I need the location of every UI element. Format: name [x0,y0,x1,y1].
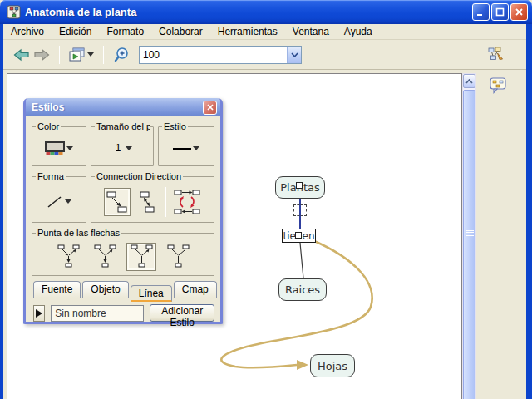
menu-ayuda[interactable]: Ayuda [344,26,372,37]
close-icon [206,103,214,111]
play-triangle-icon [36,309,42,318]
connection-two-way-icon [135,190,158,214]
dropdown-arrow-icon [87,52,94,57]
right-margin [476,73,526,399]
add-style-button[interactable]: Adicionar Estilo [150,304,214,322]
forward-arrow-icon [33,47,50,62]
back-button[interactable] [12,46,32,64]
minimize-button[interactable] [472,3,490,21]
color-group: Color [32,121,86,166]
zoom-magnifier-icon [113,47,131,63]
plain-link-line [300,243,303,278]
scrollbar-grip [466,230,474,237]
toolbar-separator [59,46,60,64]
node-label: Raices [285,283,320,296]
arrowhead-group-label: Punta de las flechas [36,228,121,238]
menu-ventana[interactable]: Ventana [293,26,329,37]
line-style-button[interactable] [173,146,200,150]
concept-node-raices[interactable]: Raices [278,278,327,301]
color-group-label: Color [36,121,61,131]
dropdown-arrow-icon [65,200,71,204]
styles-dialog-body: Color [26,116,220,325]
line-style-group-label: Estilo [162,121,188,131]
tab-fuente[interactable]: Fuente [33,281,81,298]
arrowhead-one-button[interactable] [126,243,156,271]
annotation-button[interactable] [488,76,526,96]
arrowhead-all-icon [55,244,81,269]
combobox-dropdown-button[interactable] [287,47,301,63]
chevron-down-icon [291,52,298,57]
connection-cycle-icon [174,190,200,214]
styles-dialog-close-button[interactable] [203,101,217,115]
arrowhead-none-button[interactable] [163,243,193,271]
toolbar-separator [103,46,104,64]
styles-dialog-title: Estilos [32,101,203,113]
group-separator [165,187,166,217]
zoom-level-combobox [139,46,302,64]
line-size-value: 1 [112,142,125,155]
styles-dialog-titlebar[interactable]: Estilos [26,98,220,116]
tab-objeto[interactable]: Objeto [82,281,128,298]
link-midpoint-selection[interactable] [293,204,307,216]
line-style-group: Estilo [158,121,214,166]
chevron-up-icon [466,79,473,84]
window-title: Anatomia de la planta [25,6,470,18]
solid-line-icon [173,148,191,150]
scroll-up-button[interactable] [463,74,475,88]
menu-formato[interactable]: Formato [106,26,144,37]
expand-styles-button[interactable] [33,305,45,322]
back-arrow-icon [13,47,30,62]
connection-two-way-button[interactable] [133,188,160,216]
line-shape-button[interactable] [47,195,71,209]
dropdown-arrow-icon [66,146,73,150]
toolbar [3,40,526,70]
connection-cycle-button[interactable] [172,188,202,216]
zoom-button[interactable] [111,45,132,65]
zoom-level-input[interactable] [140,47,287,63]
presentation-windows-icon [69,47,86,62]
styles-dialog: Estilos Color [23,98,223,324]
dropdown-arrow-icon [193,146,200,150]
arrowhead-two-button[interactable] [90,243,120,271]
forward-button[interactable] [32,46,52,64]
cmap-app-icon [7,5,21,19]
application-window: Anatomia de la planta Archivo Edición Fo… [0,0,532,399]
node-label: Hojas [318,360,347,372]
line-color-button[interactable] [45,141,73,155]
color-swatch-icon [45,141,65,155]
arrowhead-none-icon [165,244,191,269]
line-shape-group-label: Forma [36,171,66,181]
connection-one-way-icon [106,190,129,214]
arrowhead-one-icon [128,244,155,269]
diagonal-line-icon [47,195,63,209]
scrollbar-thumb[interactable] [463,90,475,399]
connection-direction-group-label: Connection Direction [95,171,183,181]
line-size-group: Tamaño del pu 1 [91,121,154,166]
arrowhead-all-button[interactable] [53,243,83,271]
cmap-pencil-icon [488,47,505,62]
link-endpoint-handle[interactable] [295,232,302,239]
title-bar: Anatomia de la planta [0,0,532,24]
styles-dialog-tabs: Fuente Objeto Línea Cmap [33,281,214,301]
tab-linea[interactable]: Línea [131,285,172,302]
menu-herramientas[interactable]: Herramientas [218,26,278,37]
cmap-bubble-icon [490,77,507,94]
connection-one-way-button[interactable] [104,188,131,216]
edit-cmap-button[interactable] [486,45,506,64]
link-endpoint-handle[interactable] [296,182,303,189]
curved-link-arrowhead [297,360,308,370]
menu-colaborar[interactable]: Colaborar [159,26,203,37]
maximize-button[interactable] [491,3,509,21]
line-size-group-label: Tamaño del pu [95,121,150,131]
style-name-input[interactable] [51,305,144,322]
line-size-button[interactable]: 1 [112,142,133,155]
presentation-dropdown-button[interactable] [67,46,96,64]
menu-edicion[interactable]: Edición [59,26,91,37]
styles-dialog-footer: Adicionar Estilo [32,304,214,322]
tab-cmap[interactable]: Cmap [174,281,217,298]
vertical-scrollbar[interactable] [462,73,476,399]
close-button[interactable] [510,3,528,21]
arrowhead-group: Punta de las flechas [32,228,214,276]
menu-archivo[interactable]: Archivo [11,26,44,37]
concept-node-hojas[interactable]: Hojas [310,354,355,377]
